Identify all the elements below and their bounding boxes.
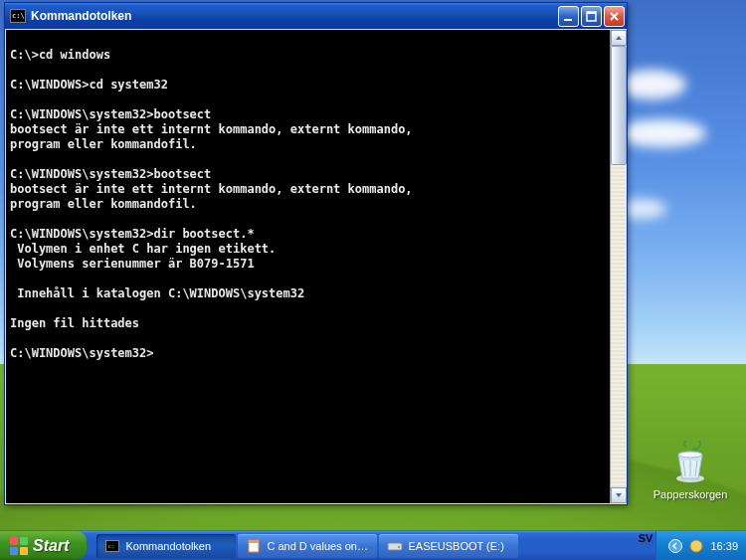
taskbar-item-label: C and D values on RE...: [267, 540, 369, 552]
svg-rect-6: [249, 540, 259, 543]
taskbar-clock[interactable]: 16:39: [710, 540, 738, 552]
window-title: Kommandotolken: [31, 9, 558, 23]
svg-rect-4: [587, 12, 596, 14]
desktop-icon-recycle-bin[interactable]: Papperskorgen: [651, 441, 730, 500]
scroll-up-button[interactable]: [611, 30, 627, 46]
taskbar-item-label: EASEUSBOOT (E:): [408, 540, 503, 552]
svg-point-1: [678, 452, 702, 458]
scroll-down-button[interactable]: [611, 487, 627, 503]
vertical-scrollbar[interactable]: [610, 30, 626, 503]
system-tray: 16:39: [655, 531, 746, 560]
window-client-area: C:\>cd windows C:\WINDOWS>cd system32 C:…: [6, 30, 626, 503]
taskbar-item-label: Kommandotolken: [125, 540, 211, 552]
tray-expand-button[interactable]: [668, 539, 682, 553]
taskbar-items: c: Kommandotolken C and D values on RE..…: [93, 531, 635, 560]
taskbar-item-drive[interactable]: EASEUSBOOT (E:): [379, 534, 518, 558]
svg-point-8: [398, 546, 400, 548]
svg-point-9: [690, 540, 702, 552]
start-label: Start: [33, 537, 69, 555]
taskbar-item-browser[interactable]: C and D values on RE...: [238, 534, 377, 558]
taskbar-item-kommandotolken[interactable]: c: Kommandotolken: [96, 534, 236, 558]
desktop-background[interactable]: Papperskorgen Kommandotolken C:\>cd wind…: [0, 0, 746, 560]
windows-logo-icon: [10, 537, 28, 555]
maximize-button[interactable]: [581, 6, 602, 27]
svg-rect-7: [388, 543, 402, 550]
terminal-icon: [10, 9, 26, 23]
cloud-decoration: [617, 119, 706, 147]
minimize-button[interactable]: [558, 6, 579, 27]
browser-icon: [246, 538, 262, 554]
start-button[interactable]: Start: [0, 531, 87, 560]
terminal-output[interactable]: C:\>cd windows C:\WINDOWS>cd system32 C:…: [6, 30, 610, 503]
command-prompt-window: Kommandotolken C:\>cd windows C:\WINDOWS…: [4, 2, 628, 505]
titlebar[interactable]: Kommandotolken: [5, 3, 627, 29]
recycle-bin-icon: [668, 441, 712, 484]
taskbar: Start c: Kommandotolken C and D values o…: [0, 530, 746, 560]
tray-icon[interactable]: [688, 538, 704, 554]
drive-icon: [387, 538, 403, 554]
language-indicator[interactable]: SV: [636, 531, 656, 560]
desktop-icon-label: Papperskorgen: [651, 488, 730, 500]
scrollbar-thumb[interactable]: [611, 46, 627, 165]
terminal-icon: c:: [104, 538, 120, 554]
svg-rect-2: [564, 19, 572, 21]
close-button[interactable]: [604, 6, 625, 27]
